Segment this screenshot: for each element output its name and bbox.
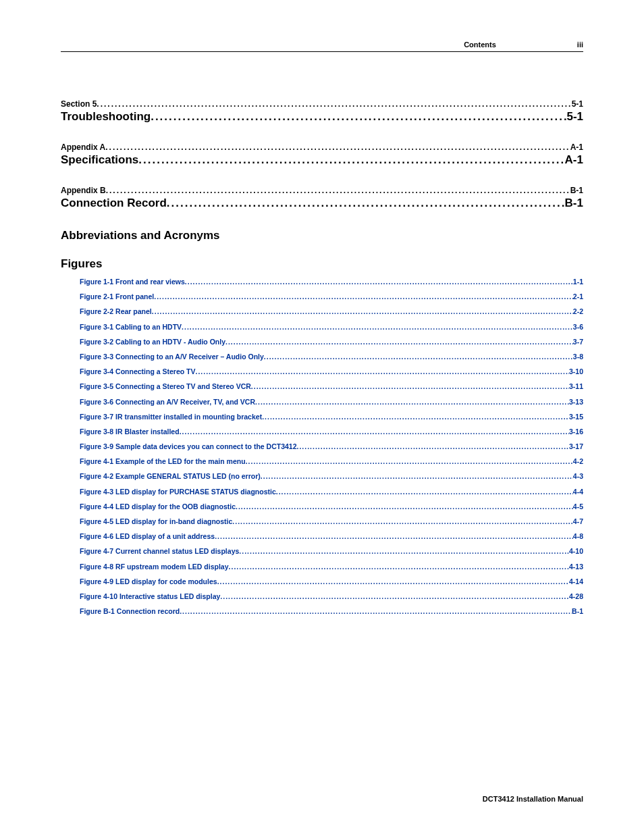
figure-leader: ........................................… xyxy=(232,517,572,525)
toc-label: Specifications xyxy=(61,153,138,167)
figure-label: Figure 2-2 Rear panel xyxy=(80,307,152,315)
figure-page: 4-28 xyxy=(569,592,583,600)
figure-label: Figure 3-8 IR Blaster installed xyxy=(80,427,180,436)
figure-page: 3-10 xyxy=(569,367,583,375)
toc-leader: ........................................… xyxy=(138,153,564,167)
toc-main: Section 5...............................… xyxy=(61,99,583,210)
figure-entry[interactable]: Figure 3-2 Cabling to an HDTV - Audio On… xyxy=(80,338,583,346)
figure-label: Figure 3-2 Cabling to an HDTV - Audio On… xyxy=(80,338,225,346)
figure-page: 4-8 xyxy=(573,532,583,540)
figure-label: Figure 4-7 Current channel status LED di… xyxy=(80,547,239,555)
figure-page: 3-7 xyxy=(573,338,583,346)
figure-label: Figure 3-3 Connecting to an A/V Receiver… xyxy=(80,353,264,361)
figure-leader: ........................................… xyxy=(236,502,573,511)
figure-entry[interactable]: Figure 3-3 Connecting to an A/V Receiver… xyxy=(80,353,583,361)
figure-label: Figure 4-8 RF upstream modem LED display xyxy=(80,563,229,571)
toc-entry-small[interactable]: Appendix B..............................… xyxy=(61,186,583,195)
figure-leader: ........................................… xyxy=(225,338,573,346)
toc-entry-small[interactable]: Section 5...............................… xyxy=(61,99,583,109)
footer-manual-title: DCT3412 Installation Manual xyxy=(483,795,583,803)
figure-leader: ........................................… xyxy=(297,442,569,450)
toc-leader: ........................................… xyxy=(105,142,570,152)
figure-label: Figure 4-4 LED display for the OOB diagn… xyxy=(80,502,236,511)
figure-leader: ........................................… xyxy=(180,427,569,436)
toc-page: 5-1 xyxy=(572,99,583,109)
toc-entry-large[interactable]: Specifications..........................… xyxy=(61,153,583,167)
figure-page: 4-2 xyxy=(573,457,583,465)
figure-entry[interactable]: Figure 4-10 Interactive status LED displ… xyxy=(80,592,583,600)
toc-block: Appendix A..............................… xyxy=(61,142,583,167)
figure-entry[interactable]: Figure 2-1 Front panel..................… xyxy=(80,292,583,301)
figure-label: Figure 3-6 Connecting an A/V Receiver, T… xyxy=(80,398,255,406)
figure-leader: ........................................… xyxy=(276,488,573,496)
figure-label: Figure B-1 Connection record xyxy=(80,607,180,615)
figure-page: 4-3 xyxy=(573,472,583,480)
toc-label: Connection Record xyxy=(61,197,167,210)
toc-entry-large[interactable]: Troubleshooting.........................… xyxy=(61,110,583,124)
figure-entry[interactable]: Figure 4-2 Example GENERAL STATUS LED (n… xyxy=(80,472,583,480)
toc-page: B-1 xyxy=(570,186,583,195)
figure-entry[interactable]: Figure 3-9 Sample data devices you can c… xyxy=(80,442,583,450)
figure-leader: ........................................… xyxy=(261,472,573,480)
figure-leader: ........................................… xyxy=(180,607,572,615)
figure-page: 4-7 xyxy=(573,517,583,525)
figure-entry[interactable]: Figure 3-8 IR Blaster installed.........… xyxy=(80,427,583,436)
figure-entry[interactable]: Figure 3-4 Connecting a Stereo TV.......… xyxy=(80,367,583,375)
toc-label: Troubleshooting xyxy=(61,110,151,124)
figure-leader: ........................................… xyxy=(239,547,569,555)
figure-leader: ........................................… xyxy=(217,577,569,585)
figure-label: Figure 3-7 IR transmitter installed in m… xyxy=(80,413,262,421)
toc-leader: ........................................… xyxy=(151,110,566,124)
figure-page: B-1 xyxy=(572,607,583,615)
figure-page: 1-1 xyxy=(573,278,583,286)
figure-leader: ........................................… xyxy=(185,278,573,286)
figure-leader: ........................................… xyxy=(255,398,569,406)
figure-entry[interactable]: Figure 4-9 LED display for code modules.… xyxy=(80,577,583,585)
figure-page: 4-10 xyxy=(569,547,583,555)
figure-label: Figure 4-3 LED display for PURCHASE STAT… xyxy=(80,488,276,496)
figure-label: Figure 4-1 Example of the LED for the ma… xyxy=(80,457,246,465)
toc-entry-small[interactable]: Appendix A..............................… xyxy=(61,142,583,152)
figure-entry[interactable]: Figure 3-6 Connecting an A/V Receiver, T… xyxy=(80,398,583,406)
toc-entry-large[interactable]: Connection Record.......................… xyxy=(61,197,583,210)
header-page-number: iii xyxy=(577,41,583,49)
figure-entry[interactable]: Figure 4-6 LED display of a unit address… xyxy=(80,532,583,540)
figure-entry[interactable]: Figure 3-1 Cabling to an HDTV...........… xyxy=(80,323,583,331)
figure-entry[interactable]: Figure B-1 Connection record............… xyxy=(80,607,583,615)
figure-entry[interactable]: Figure 3-7 IR transmitter installed in m… xyxy=(80,413,583,421)
figure-label: Figure 4-9 LED display for code modules xyxy=(80,577,217,585)
figure-entry[interactable]: Figure 3-5 Connecting a Stereo TV and St… xyxy=(80,382,583,390)
toc-leader: ........................................… xyxy=(167,197,565,210)
header-section-label: Contents xyxy=(464,41,496,49)
figure-label: Figure 4-6 LED display of a unit address xyxy=(80,532,215,540)
figure-entry[interactable]: Figure 2-2 Rear panel...................… xyxy=(80,307,583,315)
figure-label: Figure 3-9 Sample data devices you can c… xyxy=(80,442,297,450)
figure-entry[interactable]: Figure 4-7 Current channel status LED di… xyxy=(80,547,583,555)
figure-entry[interactable]: Figure 4-4 LED display for the OOB diagn… xyxy=(80,502,583,511)
figure-label: Figure 2-1 Front panel xyxy=(80,292,154,301)
figure-leader: ........................................… xyxy=(264,353,573,361)
figure-entry[interactable]: Figure 1-1 Front and rear views.........… xyxy=(80,278,583,286)
toc-label: Section 5 xyxy=(61,99,97,109)
figure-label: Figure 3-5 Connecting a Stereo TV and St… xyxy=(80,382,251,390)
figure-label: Figure 1-1 Front and rear views xyxy=(80,278,185,286)
figure-entry[interactable]: Figure 4-8 RF upstream modem LED display… xyxy=(80,563,583,571)
toc-page: 5-1 xyxy=(566,110,583,124)
toc-leader: ........................................… xyxy=(106,186,570,195)
page-header: Contents iii xyxy=(61,41,583,52)
figure-leader: ........................................… xyxy=(220,592,569,600)
figure-page: 3-6 xyxy=(573,323,583,331)
figure-leader: ........................................… xyxy=(229,563,569,571)
figure-entry[interactable]: Figure 4-3 LED display for PURCHASE STAT… xyxy=(80,488,583,496)
figure-page: 4-14 xyxy=(569,577,583,585)
figure-entry[interactable]: Figure 4-1 Example of the LED for the ma… xyxy=(80,457,583,465)
figure-leader: ........................................… xyxy=(152,307,573,315)
figure-leader: ........................................… xyxy=(196,367,569,375)
figure-page: 2-2 xyxy=(573,307,583,315)
toc-label: Appendix A xyxy=(61,142,105,152)
figure-leader: ........................................… xyxy=(182,323,573,331)
toc-block: Appendix B..............................… xyxy=(61,186,583,210)
figure-entry[interactable]: Figure 4-5 LED display for in-band diagn… xyxy=(80,517,583,525)
figure-page: 3-11 xyxy=(569,382,583,390)
figure-leader: ........................................… xyxy=(251,382,569,390)
